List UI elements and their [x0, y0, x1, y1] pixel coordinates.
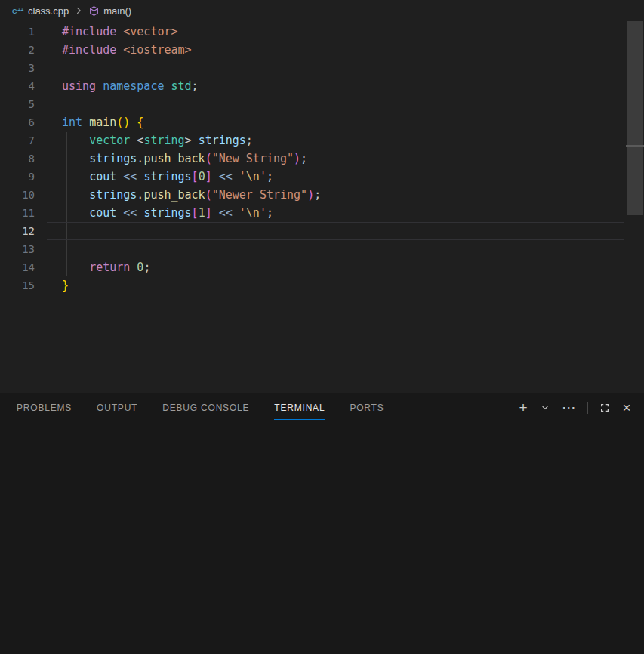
line-number: 14 — [0, 258, 35, 276]
code-text: vector <string> strings; — [35, 131, 253, 150]
code-text: return 0; — [35, 258, 150, 276]
code-line[interactable]: 15} — [0, 276, 624, 295]
panel-tab-ports[interactable]: PORTS — [350, 394, 384, 422]
line-number: 3 — [0, 59, 35, 77]
code-text: strings.push_back("New String"); — [35, 150, 307, 168]
line-number: 1 — [0, 23, 35, 41]
symbol-method-icon — [88, 5, 100, 17]
panel-tabs: PROBLEMSOUTPUTDEBUG CONSOLETERMINALPORTS — [0, 394, 384, 422]
breadcrumb-symbol[interactable]: main() — [88, 5, 131, 17]
breadcrumb-chevron-icon — [73, 5, 84, 16]
code-line[interactable]: 13 — [0, 240, 624, 258]
line-number: 12 — [0, 222, 35, 240]
svg-text:++: ++ — [17, 8, 23, 13]
panel-tab-output[interactable]: OUTPUT — [97, 394, 137, 422]
overview-ruler-marker — [626, 145, 644, 147]
code-line[interactable]: 11 cout << strings[1] << '\n'; — [0, 204, 624, 222]
breadcrumb: C++ class.cpp main() — [0, 0, 644, 21]
code-text: #include <vector> — [35, 23, 178, 41]
code-lines[interactable]: 1#include <vector>2#include <iostream>34… — [0, 23, 624, 295]
line-number: 8 — [0, 150, 35, 168]
panel-header: PROBLEMSOUTPUTDEBUG CONSOLETERMINALPORTS… — [0, 393, 644, 422]
launch-profile-dropdown[interactable] — [540, 403, 550, 412]
line-number: 4 — [0, 77, 35, 95]
code-text: #include <iostream> — [35, 41, 192, 59]
code-text — [35, 59, 62, 77]
code-text — [35, 240, 62, 258]
panel-actions: +⋯× — [518, 402, 644, 414]
line-number: 13 — [0, 240, 35, 258]
line-number: 9 — [0, 168, 35, 186]
code-line[interactable]: 2#include <iostream> — [0, 41, 624, 59]
code-line[interactable]: 3 — [0, 59, 624, 77]
breadcrumb-symbol-label: main() — [103, 5, 131, 17]
code-text: using namespace std; — [35, 77, 199, 95]
code-line[interactable]: 1#include <vector> — [0, 23, 624, 41]
editor-scrollbar-thumb[interactable] — [627, 21, 643, 215]
line-number: 5 — [0, 95, 35, 113]
more-actions-icon[interactable]: ⋯ — [562, 403, 576, 413]
code-line[interactable]: 5 — [0, 95, 624, 113]
close-panel-icon[interactable]: × — [621, 403, 632, 413]
code-line[interactable]: 9 cout << strings[0] << '\n'; — [0, 168, 624, 186]
code-text: cout << strings[0] << '\n'; — [35, 168, 273, 186]
panel-tab-problems[interactable]: PROBLEMS — [17, 394, 72, 422]
code-text: cout << strings[1] << '\n'; — [35, 204, 273, 222]
code-text: } — [35, 276, 69, 295]
editor-pane[interactable]: C++ class.cpp main() 1#include <vector>2… — [0, 0, 644, 393]
code-text: int main() { — [35, 113, 143, 131]
minimap[interactable] — [580, 24, 613, 58]
code-line[interactable]: 14 return 0; — [0, 258, 624, 276]
bottom-panel: PROBLEMSOUTPUTDEBUG CONSOLETERMINALPORTS… — [0, 393, 644, 654]
maximize-panel-icon[interactable] — [599, 403, 610, 413]
code-text: strings.push_back("Newer String"); — [35, 186, 321, 204]
cpp-file-icon: C++ — [12, 5, 24, 17]
breadcrumb-file-label: class.cpp — [28, 5, 69, 17]
panel-tab-terminal[interactable]: TERMINAL — [274, 394, 325, 422]
line-number: 6 — [0, 113, 35, 131]
line-number: 10 — [0, 186, 35, 204]
code-line[interactable]: 6int main() { — [0, 113, 624, 131]
code-line[interactable]: 8 strings.push_back("New String"); — [0, 150, 624, 168]
panel-tab-debug-console[interactable]: DEBUG CONSOLE — [162, 394, 249, 422]
svg-text:C: C — [12, 8, 17, 15]
code-line[interactable]: 10 strings.push_back("Newer String"); — [0, 186, 624, 204]
code-text — [35, 222, 62, 240]
actions-separator — [587, 402, 588, 414]
code-line[interactable]: 4using namespace std; — [0, 77, 624, 95]
line-number: 11 — [0, 204, 35, 222]
line-number: 15 — [0, 276, 35, 295]
line-number: 7 — [0, 131, 35, 150]
code-line[interactable]: 7 vector <string> strings; — [0, 131, 624, 150]
line-number: 2 — [0, 41, 35, 59]
breadcrumb-file[interactable]: C++ class.cpp — [12, 5, 69, 17]
code-line[interactable]: 12 — [0, 222, 624, 240]
code-text — [35, 95, 62, 113]
new-terminal-icon[interactable]: + — [518, 403, 528, 413]
